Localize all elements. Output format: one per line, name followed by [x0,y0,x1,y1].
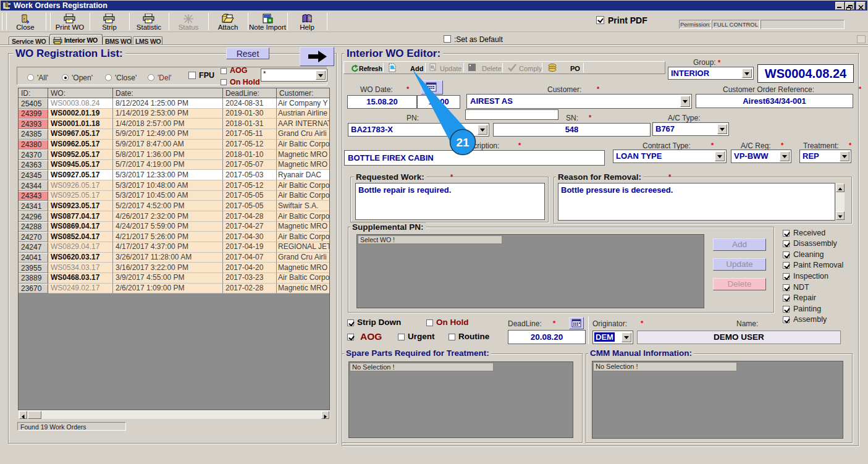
svg-text:21: 21 [456,136,470,149]
svg-text:?: ? [308,16,311,22]
